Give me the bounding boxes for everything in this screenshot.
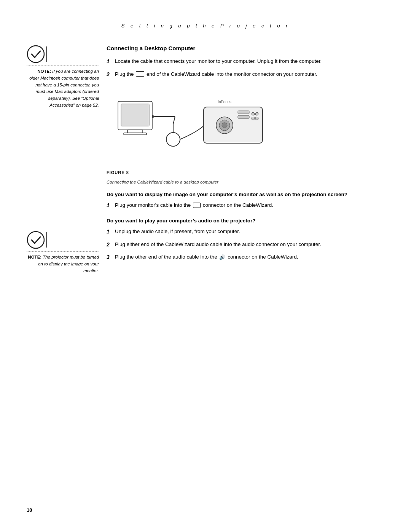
section-title: Connecting a Desktop Computer bbox=[107, 45, 384, 51]
sub-step-2-1-text: Unplug the audio cable, if present, from… bbox=[115, 228, 240, 236]
figure-label: Figure Figure 88 bbox=[107, 170, 129, 175]
header-title: S e t t i n g u p t h e P r o j e c t o … bbox=[27, 23, 384, 29]
figure-caption-line bbox=[107, 177, 384, 177]
svg-point-16 bbox=[252, 112, 255, 115]
main-steps: 1 Locate the cable that connects your mo… bbox=[107, 58, 384, 78]
sub-step-2-2: 2 Plug either end of the CableWizard aud… bbox=[107, 241, 384, 249]
sub-question-2: Do you want to play your computer’s audi… bbox=[107, 217, 384, 225]
svg-point-19 bbox=[255, 117, 258, 120]
note1-italic: If you are connecting an older Macintosh… bbox=[29, 69, 99, 107]
sidebar: NOTE: If you are connecting an older Mac… bbox=[27, 45, 107, 289]
note2-italic: The projector must be turned on to displ… bbox=[38, 255, 99, 273]
figure-caption: Connecting the CableWizard cable to a de… bbox=[107, 180, 218, 184]
figure-area: InFocus Figure Figure 88 Connecting the … bbox=[107, 86, 384, 185]
step-1-num: 1 bbox=[107, 58, 115, 66]
svg-point-7 bbox=[166, 133, 180, 146]
audio-icon: 🔊 bbox=[219, 254, 225, 261]
svg-point-1 bbox=[27, 232, 44, 248]
sub-question-1: Do you want to display the image on your… bbox=[107, 191, 384, 198]
note1-bold: NOTE: bbox=[37, 69, 51, 73]
note-icon-area-1 bbox=[27, 45, 99, 63]
monitor-connector-icon bbox=[193, 203, 201, 208]
svg-rect-4 bbox=[127, 130, 143, 133]
svg-marker-21 bbox=[152, 115, 156, 118]
connector-icon bbox=[136, 71, 144, 77]
svg-rect-14 bbox=[238, 111, 249, 114]
sub-step-2-3-text: Plug the other end of the audio cable in… bbox=[115, 253, 298, 261]
figure-label-line: Figure Figure 88 Connecting the CableWiz… bbox=[107, 169, 384, 185]
sub-steps-2: 1 Unplug the audio cable, if present, fr… bbox=[107, 228, 384, 262]
dotted-line-2 bbox=[27, 251, 99, 252]
sub-step-1-1-num: 1 bbox=[107, 201, 115, 210]
sub-step-2-1-num: 1 bbox=[107, 228, 115, 236]
step-2: 2 Plug the end of the CableWizard cable … bbox=[107, 70, 384, 79]
svg-text:InFocus: InFocus bbox=[218, 100, 231, 104]
sub-step-2-3-num: 3 bbox=[107, 253, 115, 262]
sub-step-1-1: 1 Plug your monitor's cable into the con… bbox=[107, 201, 384, 210]
main-content: NOTE: If you are connecting an older Mac… bbox=[27, 45, 384, 289]
content-area: Connecting a Desktop Computer 1 Locate t… bbox=[107, 45, 384, 289]
svg-point-17 bbox=[255, 112, 258, 115]
step-1: 1 Locate the cable that connects your mo… bbox=[107, 58, 384, 66]
note-icon-2 bbox=[27, 231, 45, 249]
note-icon-area-2 bbox=[27, 231, 99, 249]
svg-rect-15 bbox=[238, 115, 249, 118]
sub-step-1-1-text: Plug your monitor's cable into the conne… bbox=[115, 201, 273, 209]
sub-step-2-3: 3 Plug the other end of the audio cable … bbox=[107, 253, 384, 262]
sub-steps-1: 1 Plug your monitor's cable into the con… bbox=[107, 201, 384, 210]
page-header: S e t t i n g u p t h e P r o j e c t o … bbox=[27, 23, 384, 31]
sub-step-2-2-text: Plug either end of the CableWizard audio… bbox=[115, 241, 321, 249]
svg-line-9 bbox=[173, 117, 175, 124]
sidebar-note-1: NOTE: If you are connecting an older Mac… bbox=[27, 45, 99, 109]
sub-step-2-2-num: 2 bbox=[107, 241, 115, 249]
step-1-text: Locate the cable that connects your moni… bbox=[115, 58, 322, 66]
note-text-2: NOTE: The projector must be turned on to… bbox=[27, 254, 99, 274]
note-icon-1 bbox=[27, 45, 45, 63]
dotted-line-1 bbox=[27, 66, 99, 66]
page: S e t t i n g u p t h e P r o j e c t o … bbox=[0, 0, 411, 532]
figure-illustration: InFocus bbox=[107, 86, 270, 168]
svg-point-0 bbox=[27, 46, 44, 62]
svg-rect-5 bbox=[124, 133, 147, 135]
note-text-1: NOTE: If you are connecting an older Mac… bbox=[27, 68, 99, 109]
svg-point-13 bbox=[222, 123, 227, 128]
svg-point-18 bbox=[252, 117, 255, 120]
note2-bold: NOTE: bbox=[28, 255, 41, 259]
sub-step-2-1: 1 Unplug the audio cable, if present, fr… bbox=[107, 228, 384, 236]
step-2-num: 2 bbox=[107, 70, 115, 79]
sidebar-note-2: NOTE: The projector must be turned on to… bbox=[27, 231, 99, 274]
step-2-text: Plug the end of the CableWizard cable in… bbox=[115, 70, 317, 78]
sidebar-note-2-spacer: NOTE: The projector must be turned on to… bbox=[27, 231, 99, 274]
page-number: 10 bbox=[27, 507, 32, 513]
svg-rect-3 bbox=[121, 104, 149, 126]
